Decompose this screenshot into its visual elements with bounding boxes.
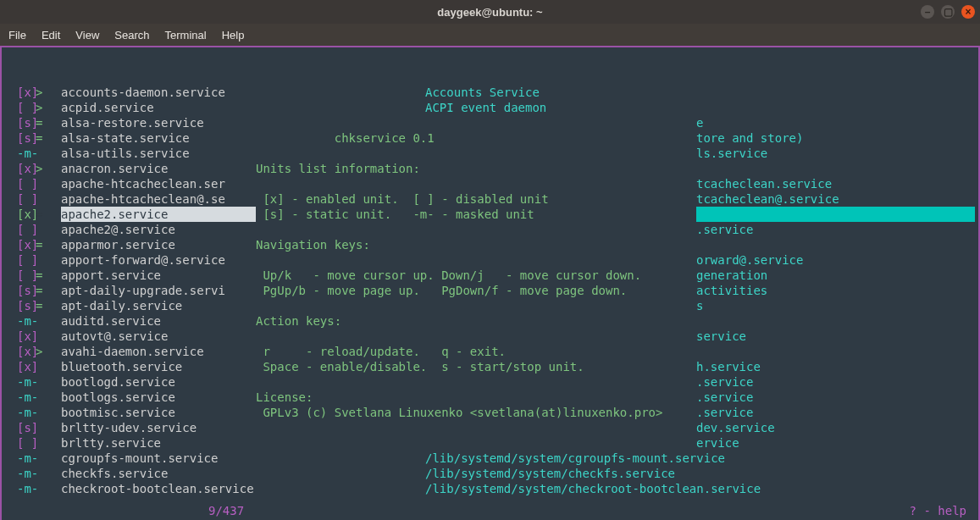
- unit-run-indicator: [36, 252, 61, 268]
- menubar: File Edit View Search Terminal Help: [0, 24, 980, 46]
- unit-description: service: [696, 329, 975, 344]
- unit-description: [696, 161, 975, 176]
- unit-name: avahi-daemon.service: [61, 344, 256, 359]
- unit-row[interactable]: [ ] apache2@.service.service: [5, 222, 975, 237]
- unit-status: [x]: [5, 207, 36, 222]
- terminal-area[interactable]: [x]>accounts-daemon.serviceAccounts Serv…: [0, 46, 980, 520]
- unit-name: alsa-utils.service: [61, 146, 256, 161]
- unit-status: [x]: [5, 344, 36, 359]
- menu-terminal[interactable]: Terminal: [165, 29, 207, 41]
- maximize-icon[interactable]: ▢: [941, 5, 955, 19]
- window-title: daygeek@ubuntu: ~: [437, 6, 542, 19]
- unit-row[interactable]: [x] bluetooth.service Space - enable/dis…: [5, 359, 975, 374]
- unit-row[interactable]: -m- bootmisc.service GPLv3 (c) Svetlana …: [5, 405, 975, 420]
- unit-name: brltty-udev.service: [61, 420, 256, 435]
- help-text: /lib/systemd/system/checkfs.service: [256, 466, 696, 481]
- unit-run-indicator: >: [36, 85, 61, 100]
- unit-row[interactable]: -m- checkfs.service/lib/systemd/system/c…: [5, 466, 975, 481]
- unit-row[interactable]: [s]=alsa-restore.servicee: [5, 115, 975, 130]
- help-text: Accounts Service: [256, 85, 696, 100]
- unit-status: [ ]: [5, 191, 36, 207]
- unit-row[interactable]: [ ] apache-htcacheclean.sertcacheclean.s…: [5, 176, 975, 191]
- unit-name: apparmor.service: [61, 237, 256, 252]
- help-text: Navigation keys:: [256, 237, 696, 252]
- unit-description: [696, 85, 975, 100]
- unit-description: orward@.service: [696, 252, 975, 268]
- menu-view[interactable]: View: [75, 29, 99, 41]
- unit-description: e: [696, 115, 975, 130]
- unit-description: .service: [696, 374, 975, 390]
- unit-row[interactable]: [ ] apache-htcacheclean@.se [x] - enable…: [5, 191, 975, 207]
- unit-run-indicator: [36, 466, 61, 481]
- unit-status: [s]: [5, 298, 36, 313]
- unit-name: apache2.service: [61, 207, 256, 222]
- unit-row[interactable]: [ ]=apport.service Up/k - move cursor up…: [5, 268, 975, 283]
- unit-name: accounts-daemon.service: [61, 85, 256, 100]
- unit-description: s: [696, 298, 975, 313]
- help-text: [256, 374, 696, 390]
- unit-row[interactable]: [x]=apache2.service [s] - static unit. -…: [5, 207, 975, 222]
- unit-row[interactable]: [ ] apport-forward@.serviceorward@.servi…: [5, 252, 975, 268]
- unit-row[interactable]: [x]=apparmor.serviceNavigation keys:: [5, 237, 975, 252]
- unit-name: apport.service: [61, 268, 256, 283]
- unit-run-indicator: >: [36, 100, 61, 115]
- unit-row[interactable]: [ ]>acpid.serviceACPI event daemon: [5, 100, 975, 115]
- help-hint: ? - help: [910, 503, 966, 518]
- help-text: [256, 146, 696, 161]
- unit-description: [696, 237, 975, 252]
- help-text: [s] - static unit. -m- - masked unit: [256, 207, 696, 222]
- unit-row[interactable]: [x]>accounts-daemon.serviceAccounts Serv…: [5, 85, 975, 100]
- unit-name: apt-daily-upgrade.servi: [61, 283, 256, 298]
- unit-description: h.service: [696, 359, 975, 374]
- unit-name: anacron.service: [61, 161, 256, 176]
- close-icon[interactable]: ×: [961, 5, 975, 19]
- window-controls: – ▢ ×: [921, 5, 975, 19]
- unit-name: apache-htcacheclean@.se: [61, 191, 256, 207]
- unit-row[interactable]: -m- alsa-utils.servicels.service: [5, 146, 975, 161]
- unit-row[interactable]: [s] brltty-udev.servicedev.service: [5, 420, 975, 435]
- unit-status: [x]: [5, 329, 36, 344]
- unit-name: bootlogd.service: [61, 374, 256, 390]
- unit-row[interactable]: -m- auditd.serviceAction keys:: [5, 313, 975, 329]
- unit-run-indicator: [36, 451, 61, 466]
- unit-status: -m-: [5, 466, 36, 481]
- unit-description: ervice: [696, 435, 975, 451]
- unit-name: cgroupfs-mount.service: [61, 451, 256, 466]
- unit-row[interactable]: -m- bootlogd.service.service: [5, 374, 975, 390]
- unit-row[interactable]: [x] autovt@.serviceservice: [5, 329, 975, 344]
- unit-status: [x]: [5, 359, 36, 374]
- unit-status: [ ]: [5, 176, 36, 191]
- menu-help[interactable]: Help: [222, 29, 245, 41]
- help-text: chkservice 0.1: [256, 130, 696, 146]
- menu-file[interactable]: File: [8, 29, 26, 41]
- unit-row[interactable]: [s]=alsa-state.service chkservice 0.1tor…: [5, 130, 975, 146]
- unit-description: [696, 313, 975, 329]
- unit-row[interactable]: [s]=apt-daily-upgrade.servi PgUp/b - mov…: [5, 283, 975, 298]
- unit-run-indicator: =: [36, 283, 61, 298]
- unit-name: alsa-state.service: [61, 130, 256, 146]
- unit-status: -m-: [5, 481, 36, 496]
- help-text: [256, 115, 696, 130]
- minimize-icon[interactable]: –: [921, 5, 934, 19]
- unit-run-indicator: [36, 313, 61, 329]
- menu-edit[interactable]: Edit: [42, 29, 60, 41]
- unit-row[interactable]: -m- checkroot-bootclean.service/lib/syst…: [5, 481, 975, 496]
- unit-row[interactable]: [x]>avahi-daemon.service r - reload/upda…: [5, 344, 975, 359]
- unit-row[interactable]: -m- bootlogs.serviceLicense:.service: [5, 390, 975, 405]
- menu-search[interactable]: Search: [114, 29, 149, 41]
- help-text: PgUp/b - move page up. PgDown/f - move p…: [256, 283, 696, 298]
- unit-row[interactable]: [x]>anacron.serviceUnits list informatio…: [5, 161, 975, 176]
- help-text: [256, 176, 696, 191]
- unit-status: -m-: [5, 451, 36, 466]
- unit-name: bootlogs.service: [61, 390, 256, 405]
- unit-description: ls.service: [696, 146, 975, 161]
- unit-row[interactable]: [s]=apt-daily.services: [5, 298, 975, 313]
- unit-status: [s]: [5, 130, 36, 146]
- help-text: [256, 252, 696, 268]
- unit-name: bluetooth.service: [61, 359, 256, 374]
- unit-run-indicator: [36, 359, 61, 374]
- unit-row[interactable]: -m- cgroupfs-mount.service/lib/systemd/s…: [5, 451, 975, 466]
- help-text: Up/k - move cursor up. Down/j - move cur…: [256, 268, 696, 283]
- unit-row[interactable]: [ ] brltty.serviceervice: [5, 435, 975, 451]
- unit-run-indicator: [36, 390, 61, 405]
